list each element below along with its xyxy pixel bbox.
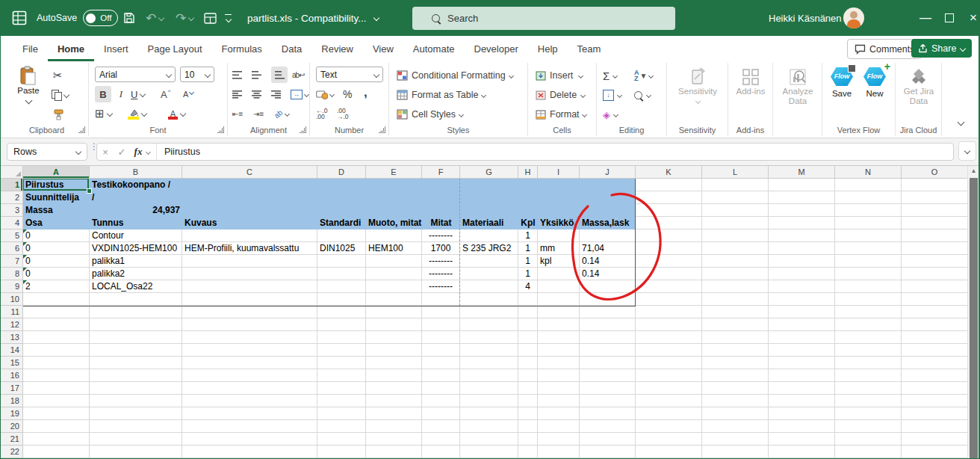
row-header-5[interactable]: 5	[1, 230, 23, 242]
cell-J11[interactable]	[580, 306, 636, 318]
row-header-20[interactable]: 20	[1, 420, 23, 433]
cell-M7[interactable]	[769, 255, 835, 268]
share-button[interactable]: Share	[911, 39, 972, 58]
column-header-M[interactable]: M	[769, 166, 835, 179]
cell-J22[interactable]	[580, 446, 636, 458]
cell-H8[interactable]: 1	[518, 268, 538, 280]
row-header-19[interactable]: 19	[1, 407, 23, 420]
cell-M14[interactable]	[769, 344, 835, 357]
cell-O16[interactable]	[902, 369, 968, 382]
cell-M20[interactable]	[769, 420, 835, 433]
cell-L21[interactable]	[702, 433, 769, 446]
cell-B1[interactable]: Testikokoonpano /	[90, 179, 182, 191]
cell-I4[interactable]: Yksikkö	[538, 217, 580, 230]
insert-cells-button[interactable]: Insert	[536, 67, 583, 84]
cell-C17[interactable]	[182, 382, 317, 395]
cell-N12[interactable]	[835, 318, 902, 331]
cell-K22[interactable]	[636, 446, 702, 458]
cell-M21[interactable]	[769, 433, 835, 446]
find-select-button[interactable]	[634, 87, 651, 103]
tab-automate[interactable]: Automate	[403, 36, 465, 61]
cell-K20[interactable]	[636, 420, 702, 433]
cell-K19[interactable]	[636, 407, 702, 420]
decrease-font-button[interactable]: A	[183, 86, 193, 102]
minimize-button[interactable]: —	[914, 0, 937, 36]
cell-L18[interactable]	[702, 395, 769, 407]
cell-N20[interactable]	[835, 420, 902, 433]
cell-B11[interactable]	[90, 306, 182, 318]
cell-D15[interactable]	[317, 357, 366, 369]
cell-E22[interactable]	[366, 446, 422, 458]
cell-M8[interactable]	[769, 268, 835, 280]
cell-G9[interactable]	[460, 280, 518, 293]
cell-B6[interactable]: VXDIN1025-HEM100	[90, 242, 182, 255]
bottom-align-button[interactable]	[271, 67, 288, 83]
cell-B21[interactable]	[90, 433, 182, 446]
cell-J17[interactable]	[580, 382, 636, 395]
cell-C2[interactable]	[182, 191, 317, 204]
cell-B5[interactable]: Contour	[90, 230, 182, 242]
quick-access-overflow-button[interactable]	[225, 0, 232, 36]
cell-E6[interactable]: HEM100	[366, 242, 422, 255]
cell-G4[interactable]: Materiaali	[460, 217, 518, 230]
cell-O22[interactable]	[902, 446, 968, 458]
cell-B9[interactable]: LOCAL_Osa22	[90, 280, 182, 293]
bold-button[interactable]: B	[95, 86, 111, 102]
cell-G12[interactable]	[460, 318, 518, 331]
row-header-8[interactable]: 8	[1, 268, 23, 280]
wrap-text-button[interactable]: ab↩	[292, 67, 305, 83]
cell-G17[interactable]	[460, 382, 518, 395]
cell-L3[interactable]	[702, 204, 769, 217]
cell-J6[interactable]: 71,04	[580, 242, 636, 255]
cell-I14[interactable]	[538, 344, 580, 357]
cell-C7[interactable]	[182, 255, 317, 268]
cell-B12[interactable]	[90, 318, 182, 331]
excel-app-icon[interactable]	[11, 0, 28, 36]
name-box[interactable]: Rows	[7, 143, 87, 161]
column-header-D[interactable]: D	[317, 166, 366, 179]
orientation-button[interactable]: ab	[274, 105, 289, 122]
cell-M5[interactable]	[769, 230, 835, 242]
cut-button[interactable]: ✂	[53, 67, 63, 84]
tab-review[interactable]: Review	[311, 36, 363, 61]
cell-O18[interactable]	[902, 395, 968, 407]
sort-filter-button[interactable]: AZ ▼	[634, 67, 653, 84]
tab-team[interactable]: Team	[568, 36, 611, 61]
cell-F17[interactable]	[422, 382, 460, 395]
cell-B19[interactable]	[90, 407, 182, 420]
cell-F21[interactable]	[422, 433, 460, 446]
cell-C12[interactable]	[182, 318, 317, 331]
cell-J10[interactable]	[580, 293, 636, 306]
row-header-7[interactable]: 7	[1, 255, 23, 268]
cell-K2[interactable]	[636, 191, 702, 204]
cell-B15[interactable]	[90, 357, 182, 369]
tab-page-layout[interactable]: Page Layout	[138, 36, 212, 61]
close-button[interactable]: ×	[961, 0, 980, 36]
enter-icon[interactable]: ✓	[114, 147, 130, 158]
cell-G11[interactable]	[460, 306, 518, 318]
cell-B17[interactable]	[90, 382, 182, 395]
cell-D4[interactable]: Standardi	[317, 217, 366, 230]
cell-H19[interactable]	[518, 407, 538, 420]
cell-F6[interactable]: 1700	[422, 242, 460, 255]
cell-A21[interactable]	[23, 433, 90, 446]
cell-C1[interactable]	[182, 179, 317, 191]
cell-H14[interactable]	[518, 344, 538, 357]
cell-A8[interactable]: 0	[23, 268, 90, 280]
cell-M22[interactable]	[769, 446, 835, 458]
cell-I18[interactable]	[538, 395, 580, 407]
cell-I20[interactable]	[538, 420, 580, 433]
cell-F13[interactable]	[422, 331, 460, 344]
cell-L7[interactable]	[702, 255, 769, 268]
cell-L6[interactable]	[702, 242, 769, 255]
scroll-up-icon[interactable]: ▲	[968, 167, 979, 174]
cell-A5[interactable]: 0	[23, 230, 90, 242]
row-header-18[interactable]: 18	[1, 395, 23, 407]
paste-button[interactable]: Paste	[11, 66, 46, 103]
cell-I10[interactable]	[538, 293, 580, 306]
cell-O17[interactable]	[902, 382, 968, 395]
column-header-O[interactable]: O	[902, 166, 968, 179]
cell-G16[interactable]	[460, 369, 518, 382]
font-size-combo[interactable]: 10	[180, 67, 214, 82]
cell-B22[interactable]	[90, 446, 182, 458]
